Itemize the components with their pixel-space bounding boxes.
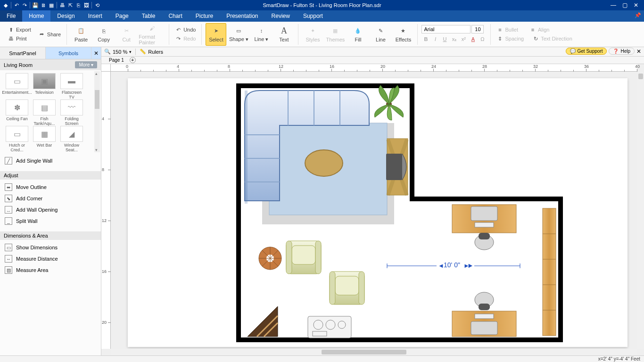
get-support-button[interactable]: 💬Get Support <box>566 48 607 55</box>
tab-design[interactable]: Design <box>50 10 81 22</box>
vertical-ruler[interactable]: 48121620 <box>101 72 111 349</box>
format-painter-button[interactable]: 🖌Format Painter <box>139 23 165 46</box>
maximize-button[interactable]: ▢ <box>620 1 629 9</box>
close-viewbar-button[interactable]: ✕ <box>636 48 641 55</box>
underline-button[interactable]: U <box>440 35 449 43</box>
spacing-button[interactable]: ⇕Spacing <box>495 34 526 43</box>
font-name-input[interactable] <box>421 25 471 33</box>
help-button[interactable]: ❓Help <box>609 48 635 55</box>
ribbon: ⬆Export 🖶Print ➦Share 📋Paste ⎘Copy ✂Cut … <box>0 22 644 47</box>
export-icon: ⬆ <box>8 27 14 33</box>
symbol-ceiling-fan[interactable]: ✽Ceiling Fan <box>5 99 29 126</box>
symbol-hutch[interactable]: ▭Hutch or Cred... <box>5 126 29 152</box>
split-wall-button[interactable]: ⎯Split Wall <box>0 215 101 227</box>
paste-button[interactable]: 📋Paste <box>71 23 91 46</box>
select-tool-button[interactable]: ➤Select <box>206 23 226 46</box>
vertical-scrollbar[interactable] <box>637 72 644 349</box>
tab-smartpanel[interactable]: SmartPanel <box>0 47 46 59</box>
copy-button[interactable]: ⎘Copy <box>93 23 114 46</box>
symbol-wet-bar[interactable]: ▦Wet Bar <box>32 126 57 152</box>
tab-page[interactable]: Page <box>109 10 135 22</box>
align-button[interactable]: ≡Align <box>528 25 551 34</box>
add-wall-opening-button[interactable]: ⎵Add Wall Opening <box>0 204 101 215</box>
fill-button[interactable]: 💧Fill <box>347 23 368 46</box>
drawing-viewport[interactable]: ◄ ► ◄ ► <box>111 72 637 349</box>
effects-button[interactable]: ★Effects <box>393 23 413 46</box>
img-icon[interactable]: 🖼 <box>83 1 90 9</box>
symbol-entertainment[interactable]: ▭Entertainment... <box>5 73 29 99</box>
horizontal-scrollbar[interactable] <box>111 349 637 355</box>
themes-icon: ▦ <box>330 26 340 36</box>
styles-button[interactable]: ✦Styles <box>302 23 323 46</box>
export-qat-icon[interactable]: ⇱ <box>66 1 74 9</box>
text-tool-button[interactable]: AText <box>273 23 294 46</box>
subscript-button[interactable]: x₂ <box>450 35 458 43</box>
text-direction-button[interactable]: ↻Text Direction <box>530 34 574 43</box>
minimize-button[interactable]: — <box>609 1 618 9</box>
symbol-folding-screen[interactable]: 〰Folding Screen <box>59 99 84 126</box>
add-page-button[interactable]: + <box>130 57 136 63</box>
add-corner-button[interactable]: ⬊Add Corner <box>0 193 101 204</box>
undo-qat-icon[interactable]: ↶ <box>13 1 20 9</box>
shape-tool-button[interactable]: ▭Shape ▾ <box>228 23 249 46</box>
tab-table[interactable]: Table <box>135 10 162 22</box>
close-button[interactable]: ✕ <box>632 1 640 9</box>
new-icon[interactable]: ▦ <box>48 1 55 9</box>
export-button[interactable]: ⬆Export <box>6 25 33 34</box>
page-label[interactable]: Page 1 <box>109 58 124 63</box>
symbol-fish-tank[interactable]: ▤Fish Tank/Aqu... <box>32 99 57 126</box>
tab-support[interactable]: Support <box>297 10 330 22</box>
menu-tabs: File Home Design Insert Page Table Chart… <box>0 10 644 22</box>
bold-button[interactable]: B <box>421 35 430 43</box>
symbol-window-seat[interactable]: ◢Window Seat... <box>59 126 84 152</box>
drawing-page[interactable]: ◄ ► ◄ ► <box>128 78 627 347</box>
tab-home[interactable]: Home <box>22 10 50 22</box>
themes-button[interactable]: ▦Themes <box>325 23 346 46</box>
saveas-icon[interactable]: 🗎 <box>40 1 47 9</box>
move-outline-button[interactable]: ⬌Move Outline <box>0 181 101 193</box>
horizontal-ruler[interactable]: 0481216202428323640 <box>111 64 637 72</box>
symbol-television[interactable]: ▣Television <box>32 73 57 99</box>
tab-symbols[interactable]: Symbols <box>46 47 91 59</box>
redo-qat-icon[interactable]: ↷ <box>21 1 28 9</box>
symbol-flatscreen-tv[interactable]: ▬Flatscreen TV <box>59 73 84 99</box>
add-single-wall-button[interactable]: ╱Add Single Wall <box>0 155 101 166</box>
tab-presentation[interactable]: Presentation <box>220 10 264 22</box>
svg-rect-14 <box>286 241 292 274</box>
app-icon[interactable]: ◆ <box>2 1 9 9</box>
pdf-icon[interactable]: ⎘ <box>74 1 82 9</box>
zoom-icon[interactable]: 🔍 <box>104 49 111 55</box>
unpin-ribbon-icon[interactable]: 📌 <box>635 12 641 18</box>
measure-distance-button[interactable]: ↔Measure Distance <box>0 253 101 264</box>
show-dimensions-button[interactable]: ▭Show Dimensions <box>0 242 101 253</box>
font-color-button[interactable]: A <box>469 35 477 43</box>
measure-area-button[interactable]: ▨Measure Area <box>0 264 101 276</box>
redo-button[interactable]: ↷Redo <box>173 34 198 43</box>
font-size-input[interactable] <box>471 25 484 33</box>
print-button[interactable]: 🖶Print <box>6 34 33 43</box>
refresh-icon[interactable]: ⟲ <box>93 1 101 9</box>
superscript-button[interactable]: x² <box>459 35 468 43</box>
symbol-button[interactable]: Ω <box>478 35 487 43</box>
tab-file[interactable]: File <box>0 10 22 22</box>
undo-button[interactable]: ↶Undo <box>173 25 198 34</box>
line-style-button[interactable]: ✎Line <box>370 23 391 46</box>
ruler-corner <box>101 64 111 72</box>
cut-button[interactable]: ✂Cut <box>116 23 137 46</box>
print-qat-icon[interactable]: 🖶 <box>58 1 66 9</box>
more-symbols-button[interactable]: More ▾ <box>75 61 97 68</box>
close-panel-button[interactable]: ✕ <box>91 47 101 59</box>
zoom-level[interactable]: 150 % <box>113 49 127 55</box>
italic-button[interactable]: I <box>431 35 439 43</box>
rulers-toggle[interactable]: 📏 Rulers <box>140 49 163 55</box>
share-button[interactable]: ➦Share <box>37 30 63 39</box>
tab-insert[interactable]: Insert <box>82 10 109 22</box>
tab-picture[interactable]: Picture <box>189 10 220 22</box>
tab-review[interactable]: Review <box>265 10 297 22</box>
line-tool-button[interactable]: ↕Line ▾ <box>251 23 272 46</box>
zoom-dropdown-icon[interactable]: ▾ <box>129 49 132 54</box>
save-icon[interactable]: 💾 <box>32 1 39 9</box>
symbol-scrollbar[interactable]: ▾▴ <box>94 71 100 152</box>
tab-chart[interactable]: Chart <box>162 10 189 22</box>
bullet-button[interactable]: ≡Bullet <box>495 25 520 34</box>
